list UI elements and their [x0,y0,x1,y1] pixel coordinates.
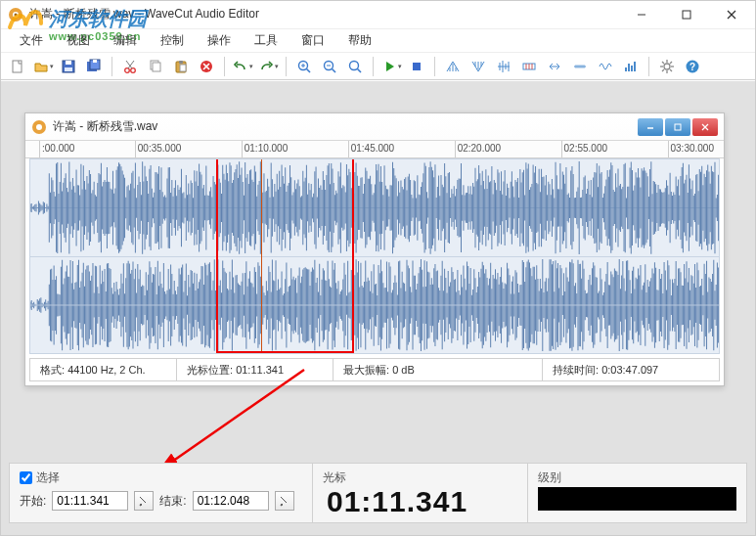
format-label: 格式: [40,364,65,376]
fx-fadein-button[interactable] [441,55,465,78]
svg-text:?: ? [689,62,695,72]
svg-line-62 [662,62,664,64]
ruler-tick: 02:20.000 [455,141,502,157]
toolbar-sep [111,57,112,76]
svg-rect-55 [631,66,633,71]
svg-rect-19 [153,63,160,71]
fx-normalize-button[interactable] [492,55,515,78]
levels-group: 级别 [528,464,746,522]
svg-line-63 [670,69,672,71]
app-icon [8,7,23,22]
cursor-group-label: 光标 [323,469,346,486]
close-button[interactable] [709,0,754,29]
doc-name: 许嵩 - 断桥残雪.wav [53,118,638,135]
peak-label: 最大振幅: [343,364,389,376]
toolbar-sep [224,57,225,76]
svg-line-64 [670,62,672,64]
cut-button[interactable] [118,55,142,78]
menu-window[interactable]: 窗口 [289,28,336,53]
undo-button[interactable]: ▾ [231,55,254,78]
end-pick-button[interactable] [275,491,294,511]
menu-file[interactable]: 文件 [8,28,55,53]
menu-view[interactable]: 视图 [55,28,102,53]
svg-rect-54 [628,64,630,71]
start-pick-button[interactable] [134,491,154,511]
fx-waveform-button[interactable] [594,55,617,78]
new-file-button[interactable] [6,55,29,78]
svg-line-27 [307,68,311,72]
svg-point-2 [15,13,18,16]
menu-control[interactable]: 控制 [149,28,196,53]
svg-rect-7 [13,61,22,72]
maximize-button[interactable] [664,0,709,29]
fx-reverse-button[interactable] [543,55,566,78]
svg-rect-22 [180,65,186,71]
bottom-panel: 选择 开始: 结束: 光标 01:11.341 级别 [9,463,747,523]
level-meter [538,487,736,511]
doc-close-button[interactable] [692,118,718,136]
cursor-group: 光标 01:11.341 [313,464,528,522]
menu-help[interactable]: 帮助 [336,28,383,53]
ruler-tick: 01:45.000 [348,141,395,157]
save-button[interactable] [57,55,80,78]
settings-button[interactable] [655,55,679,78]
fx-fadeout-button[interactable] [467,55,490,78]
document-window: 许嵩 - 断桥残雪.wav :00.000 00:35.000 01:10.00… [24,112,725,386]
stop-button[interactable] [405,55,428,78]
selection-group: 选择 开始: 结束: [10,464,313,522]
fx-spectrum-button[interactable] [619,55,643,78]
doc-minimize-button[interactable] [638,118,663,136]
open-file-button[interactable]: ▾ [31,55,55,78]
help-button[interactable]: ? [681,55,704,78]
doc-titlebar[interactable]: 许嵩 - 断桥残雪.wav [25,113,724,141]
menu-edit[interactable]: 编辑 [102,28,149,53]
fx-amp-button[interactable] [517,55,541,78]
levels-label: 级别 [538,469,561,486]
waveform-channel-left [30,159,719,256]
save-all-button[interactable] [82,55,106,78]
svg-rect-56 [634,62,636,71]
cursorpos-value: 01:11.341 [236,364,284,376]
zoom-out-button[interactable] [318,55,341,78]
svg-rect-13 [93,60,97,63]
waveform-area[interactable] [29,158,720,354]
ruler-tick: :00.000 [39,141,74,157]
toolbar-sep [648,57,649,76]
play-button[interactable]: ▾ [379,55,403,78]
svg-point-57 [664,64,670,69]
selection-checkbox[interactable] [20,471,32,484]
playback-cursor[interactable] [261,159,262,353]
end-input[interactable] [193,491,269,511]
doc-icon [31,119,47,135]
svg-rect-35 [413,63,421,70]
doc-maximize-button[interactable] [665,118,690,136]
format-value: 44100 Hz, 2 Ch. [67,364,146,376]
time-ruler[interactable]: :00.000 00:35.000 01:10.000 01:45.000 02… [25,141,724,158]
duration-label: 持续时间: [553,364,599,376]
paste-button[interactable] [169,55,193,78]
toolbar-sep [434,57,435,76]
ruler-tick: 03:30.000 [668,141,715,157]
zoom-fit-button[interactable] [343,55,367,78]
redo-button[interactable]: ▾ [256,55,280,78]
menu-action[interactable]: 操作 [196,28,243,53]
svg-point-14 [125,67,130,72]
fx-silence-button[interactable] [568,55,592,78]
delete-button[interactable] [195,55,218,78]
titlebar: 许嵩 - 断桥残雪.wav - WaveCut Audio Editor [0,0,756,29]
doc-statusbar: 格式: 44100 Hz, 2 Ch. 光标位置: 01:11.341 最大振幅… [29,358,720,381]
start-input[interactable] [52,491,128,511]
svg-line-31 [333,68,336,72]
minimize-button[interactable] [619,0,664,29]
svg-point-15 [131,67,136,72]
svg-point-33 [350,61,359,69]
menu-tools[interactable]: 工具 [243,28,289,53]
svg-rect-21 [179,61,183,64]
peak-value: 0 dB [392,364,415,376]
zoom-in-button[interactable] [292,55,316,78]
copy-button[interactable] [144,55,167,78]
ruler-tick: 01:10.000 [242,141,289,157]
end-label: 结束: [159,493,186,510]
svg-point-69 [36,124,42,130]
toolbar: ▾ ▾ ▾ ▾ ? [0,53,756,80]
